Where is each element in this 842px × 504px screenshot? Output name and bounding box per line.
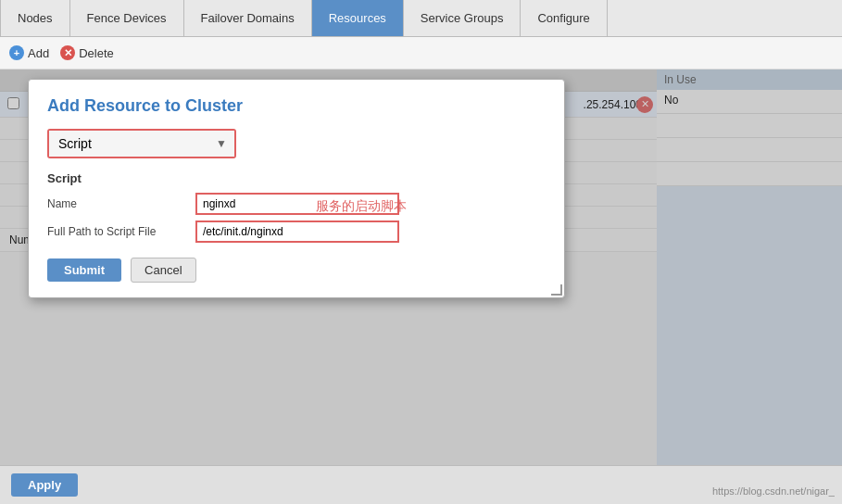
annotation-text: 服务的启动脚本 (316, 198, 407, 215)
path-label: Full Path to Script File (47, 225, 195, 238)
url-watermark: https://blog.csdn.net/nigar_ (712, 485, 835, 497)
name-label: Name (47, 197, 195, 210)
tab-service-groups[interactable]: Service Groups (404, 0, 522, 36)
main-content: In Use No 17. .25.254.100 ✕ IP A IP A Ne… (0, 69, 842, 504)
add-icon: + (9, 45, 24, 60)
cancel-button[interactable]: Cancel (131, 258, 195, 283)
apply-area: Apply https://blog.csdn.net/nigar_ (0, 465, 842, 504)
path-input[interactable] (195, 220, 399, 243)
select-wrapper: Script IP Address NFS Mount NFS Client S… (49, 131, 234, 157)
resource-type-select[interactable]: Script IP Address NFS Mount NFS Client S… (49, 131, 234, 157)
name-form-group: Name (47, 193, 546, 215)
script-section-title: Script (47, 171, 546, 185)
delete-button[interactable]: ✕ Delete (60, 45, 114, 60)
tab-fence-devices[interactable]: Fence Devices (70, 0, 184, 36)
submit-button[interactable]: Submit (47, 258, 121, 282)
delete-icon: ✕ (60, 45, 75, 60)
resource-type-dropdown-wrapper: Script IP Address NFS Mount NFS Client S… (47, 129, 236, 158)
tab-configure[interactable]: Configure (521, 0, 607, 36)
top-navigation: Nodes Fence Devices Failover Domains Res… (0, 0, 842, 37)
resize-handle[interactable] (551, 284, 562, 296)
tab-resources[interactable]: Resources (312, 0, 404, 36)
tab-nodes[interactable]: Nodes (0, 0, 70, 36)
add-button[interactable]: + Add (9, 45, 49, 60)
tab-failover-domains[interactable]: Failover Domains (184, 0, 312, 36)
apply-button[interactable]: Apply (11, 473, 78, 497)
add-label: Add (28, 46, 49, 60)
add-resource-dialog: Add Resource to Cluster Script IP Addres… (28, 79, 565, 298)
dialog-title: Add Resource to Cluster (47, 96, 546, 116)
dialog-actions: Submit Cancel (47, 258, 546, 283)
toolbar: + Add ✕ Delete (0, 37, 842, 69)
delete-label: Delete (79, 46, 114, 60)
path-form-group: Full Path to Script File (47, 220, 546, 243)
